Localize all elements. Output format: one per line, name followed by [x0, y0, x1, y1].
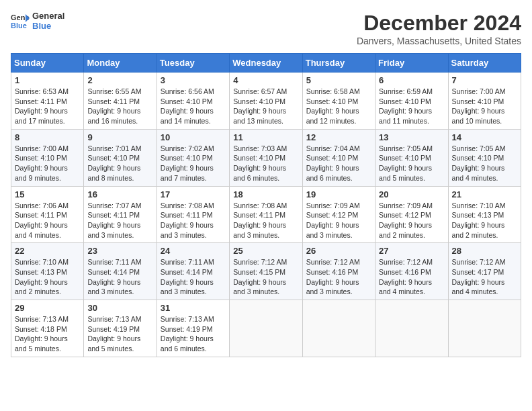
calendar-cell: 17Sunrise: 7:08 AMSunset: 4:11 PMDayligh… — [157, 186, 229, 243]
day-number: 3 — [161, 75, 226, 85]
svg-text:Blue: Blue — [11, 21, 27, 30]
day-number: 23 — [87, 246, 152, 256]
calendar-cell: 28Sunrise: 7:12 AMSunset: 4:17 PMDayligh… — [448, 243, 521, 300]
calendar-cell — [302, 300, 375, 357]
calendar-week-row: 1Sunrise: 6:53 AMSunset: 4:11 PMDaylight… — [11, 73, 521, 130]
day-number: 21 — [452, 189, 517, 199]
day-number: 16 — [87, 189, 152, 199]
day-info: Sunrise: 7:13 AMSunset: 4:19 PMDaylight:… — [87, 314, 152, 354]
day-info: Sunrise: 7:08 AMSunset: 4:11 PMDaylight:… — [233, 201, 298, 240]
day-number: 31 — [161, 303, 226, 313]
calendar-cell: 6Sunrise: 6:59 AMSunset: 4:10 PMDaylight… — [375, 73, 448, 130]
day-info: Sunrise: 6:53 AMSunset: 4:11 PMDaylight:… — [15, 87, 80, 126]
calendar-cell — [230, 300, 302, 357]
day-number: 18 — [233, 189, 298, 199]
day-number: 6 — [379, 75, 444, 85]
day-number: 27 — [379, 246, 444, 256]
day-info: Sunrise: 7:10 AMSunset: 4:13 PMDaylight:… — [452, 201, 517, 240]
calendar-cell: 23Sunrise: 7:11 AMSunset: 4:14 PMDayligh… — [84, 243, 157, 300]
calendar-cell: 3Sunrise: 6:56 AMSunset: 4:10 PMDaylight… — [157, 73, 229, 130]
day-info: Sunrise: 7:04 AMSunset: 4:10 PMDaylight:… — [306, 144, 371, 183]
logo: General Blue General Blue — [11, 11, 64, 31]
day-info: Sunrise: 6:57 AMSunset: 4:10 PMDaylight:… — [233, 87, 298, 126]
calendar-week-row: 15Sunrise: 7:06 AMSunset: 4:11 PMDayligh… — [11, 186, 521, 243]
day-number: 11 — [233, 132, 298, 142]
day-info: Sunrise: 7:06 AMSunset: 4:11 PMDaylight:… — [15, 201, 80, 240]
day-info: Sunrise: 6:56 AMSunset: 4:10 PMDaylight:… — [161, 87, 226, 126]
day-info: Sunrise: 7:00 AMSunset: 4:10 PMDaylight:… — [452, 87, 517, 126]
calendar-week-row: 8Sunrise: 7:00 AMSunset: 4:10 PMDaylight… — [11, 129, 521, 186]
day-number: 2 — [87, 75, 152, 85]
day-info: Sunrise: 7:11 AMSunset: 4:14 PMDaylight:… — [161, 257, 226, 297]
calendar-week-row: 29Sunrise: 7:13 AMSunset: 4:18 PMDayligh… — [11, 300, 521, 357]
calendar-cell: 9Sunrise: 7:01 AMSunset: 4:10 PMDaylight… — [84, 129, 157, 186]
day-info: Sunrise: 7:12 AMSunset: 4:16 PMDaylight:… — [379, 257, 444, 297]
day-info: Sunrise: 7:07 AMSunset: 4:11 PMDaylight:… — [87, 201, 152, 240]
day-number: 14 — [452, 132, 517, 142]
logo-line2: Blue — [32, 21, 64, 31]
day-number: 17 — [161, 189, 226, 199]
calendar-cell — [375, 300, 448, 357]
header-wednesday: Wednesday — [230, 54, 302, 73]
calendar-cell: 29Sunrise: 7:13 AMSunset: 4:18 PMDayligh… — [11, 300, 84, 357]
day-number: 10 — [161, 132, 226, 142]
day-info: Sunrise: 7:00 AMSunset: 4:10 PMDaylight:… — [15, 144, 80, 183]
day-info: Sunrise: 6:58 AMSunset: 4:10 PMDaylight:… — [306, 87, 371, 126]
day-number: 19 — [306, 189, 371, 199]
calendar-cell: 16Sunrise: 7:07 AMSunset: 4:11 PMDayligh… — [84, 186, 157, 243]
day-number: 12 — [306, 132, 371, 142]
header-tuesday: Tuesday — [157, 54, 229, 73]
day-number: 5 — [306, 75, 371, 85]
calendar-cell: 12Sunrise: 7:04 AMSunset: 4:10 PMDayligh… — [302, 129, 375, 186]
page-header: General Blue General Blue December 2024 … — [11, 11, 521, 46]
calendar-cell: 26Sunrise: 7:12 AMSunset: 4:16 PMDayligh… — [302, 243, 375, 300]
calendar-cell: 31Sunrise: 7:13 AMSunset: 4:19 PMDayligh… — [157, 300, 229, 357]
calendar-cell: 11Sunrise: 7:03 AMSunset: 4:10 PMDayligh… — [230, 129, 302, 186]
calendar-cell: 22Sunrise: 7:10 AMSunset: 4:13 PMDayligh… — [11, 243, 84, 300]
calendar-cell: 10Sunrise: 7:02 AMSunset: 4:10 PMDayligh… — [157, 129, 229, 186]
calendar-cell: 19Sunrise: 7:09 AMSunset: 4:12 PMDayligh… — [302, 186, 375, 243]
day-info: Sunrise: 7:03 AMSunset: 4:10 PMDaylight:… — [233, 144, 298, 183]
calendar-cell: 4Sunrise: 6:57 AMSunset: 4:10 PMDaylight… — [230, 73, 302, 130]
day-number: 28 — [452, 246, 517, 256]
calendar-cell: 18Sunrise: 7:08 AMSunset: 4:11 PMDayligh… — [230, 186, 302, 243]
day-info: Sunrise: 7:12 AMSunset: 4:16 PMDaylight:… — [306, 257, 371, 297]
day-number: 20 — [379, 189, 444, 199]
day-number: 30 — [87, 303, 152, 313]
day-info: Sunrise: 7:01 AMSunset: 4:10 PMDaylight:… — [87, 144, 152, 183]
calendar-cell: 15Sunrise: 7:06 AMSunset: 4:11 PMDayligh… — [11, 186, 84, 243]
day-number: 29 — [15, 303, 80, 313]
day-number: 13 — [379, 132, 444, 142]
day-info: Sunrise: 7:11 AMSunset: 4:14 PMDaylight:… — [87, 257, 152, 297]
calendar-cell: 8Sunrise: 7:00 AMSunset: 4:10 PMDaylight… — [11, 129, 84, 186]
title-block: December 2024 Danvers, Massachusetts, Un… — [357, 11, 521, 46]
calendar-cell: 30Sunrise: 7:13 AMSunset: 4:19 PMDayligh… — [84, 300, 157, 357]
header-sunday: Sunday — [11, 54, 84, 73]
month-title: December 2024 — [357, 11, 521, 36]
calendar-week-row: 22Sunrise: 7:10 AMSunset: 4:13 PMDayligh… — [11, 243, 521, 300]
day-number: 15 — [15, 189, 80, 199]
day-number: 9 — [87, 132, 152, 142]
calendar-cell — [448, 300, 521, 357]
day-info: Sunrise: 6:59 AMSunset: 4:10 PMDaylight:… — [379, 87, 444, 126]
day-number: 8 — [15, 132, 80, 142]
header-thursday: Thursday — [302, 54, 375, 73]
logo-icon: General Blue — [11, 11, 30, 30]
day-info: Sunrise: 6:55 AMSunset: 4:11 PMDaylight:… — [87, 87, 152, 126]
day-number: 24 — [161, 246, 226, 256]
calendar-cell: 24Sunrise: 7:11 AMSunset: 4:14 PMDayligh… — [157, 243, 229, 300]
calendar-cell: 20Sunrise: 7:09 AMSunset: 4:12 PMDayligh… — [375, 186, 448, 243]
day-number: 4 — [233, 75, 298, 85]
day-info: Sunrise: 7:05 AMSunset: 4:10 PMDaylight:… — [452, 144, 517, 183]
day-info: Sunrise: 7:02 AMSunset: 4:10 PMDaylight:… — [161, 144, 226, 183]
day-info: Sunrise: 7:08 AMSunset: 4:11 PMDaylight:… — [161, 201, 226, 240]
logo-line1: General — [32, 11, 64, 21]
day-info: Sunrise: 7:09 AMSunset: 4:12 PMDaylight:… — [379, 201, 444, 240]
day-info: Sunrise: 7:12 AMSunset: 4:15 PMDaylight:… — [233, 257, 298, 297]
day-info: Sunrise: 7:05 AMSunset: 4:10 PMDaylight:… — [379, 144, 444, 183]
day-number: 26 — [306, 246, 371, 256]
calendar-cell: 21Sunrise: 7:10 AMSunset: 4:13 PMDayligh… — [448, 186, 521, 243]
header-monday: Monday — [84, 54, 157, 73]
day-number: 7 — [452, 75, 517, 85]
calendar-header-row: SundayMondayTuesdayWednesdayThursdayFrid… — [11, 54, 521, 73]
